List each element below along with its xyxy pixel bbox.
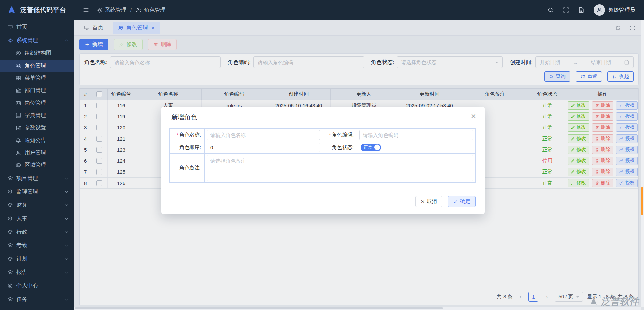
add-role-form: * 角色名称: * 角色编码: 角色顺序: 角色状态: 正常 — [169, 128, 476, 183]
role-order-label: 角色顺序: — [170, 141, 205, 154]
horizontal-scrollbar-thumb[interactable] — [75, 307, 443, 309]
confirm-button[interactable]: 确定 — [448, 196, 476, 207]
add-role-modal: 新增角色 × * 角色名称: * 角色编码: 角色顺序: 角色状态: 正常 — [161, 107, 485, 214]
role-code-input[interactable] — [359, 130, 473, 140]
vertical-scrollbar-thumb[interactable] — [641, 187, 643, 215]
horizontal-scrollbar[interactable] — [74, 307, 641, 310]
toggle-label: 正常 — [364, 144, 372, 150]
role-order-input[interactable] — [207, 143, 320, 152]
modal-title: 新增角色 — [171, 113, 197, 122]
toggle-knob — [374, 145, 380, 150]
role-code-label: * 角色编码: — [322, 129, 357, 141]
cancel-button-label: 取消 — [427, 198, 437, 205]
confirm-button-label: 确定 — [460, 198, 470, 205]
cancel-button[interactable]: × 取消 — [415, 196, 442, 207]
vertical-scrollbar[interactable] — [641, 20, 644, 307]
role-remark-label: 角色备注: — [170, 154, 205, 183]
modal-footer: × 取消 确定 — [415, 196, 476, 207]
modal-close-icon[interactable]: × — [471, 112, 476, 120]
status-toggle[interactable]: 正常 — [361, 144, 381, 151]
required-star: * — [329, 132, 331, 138]
role-name-label: * 角色名称: — [170, 129, 205, 141]
required-star: * — [176, 132, 178, 138]
check-icon — [453, 199, 458, 204]
role-status-label: 角色状态: — [322, 141, 357, 154]
role-name-input[interactable] — [207, 130, 320, 140]
close-icon: × — [421, 199, 425, 205]
role-remark-textarea[interactable]: 请选择角色备注 — [207, 155, 473, 181]
